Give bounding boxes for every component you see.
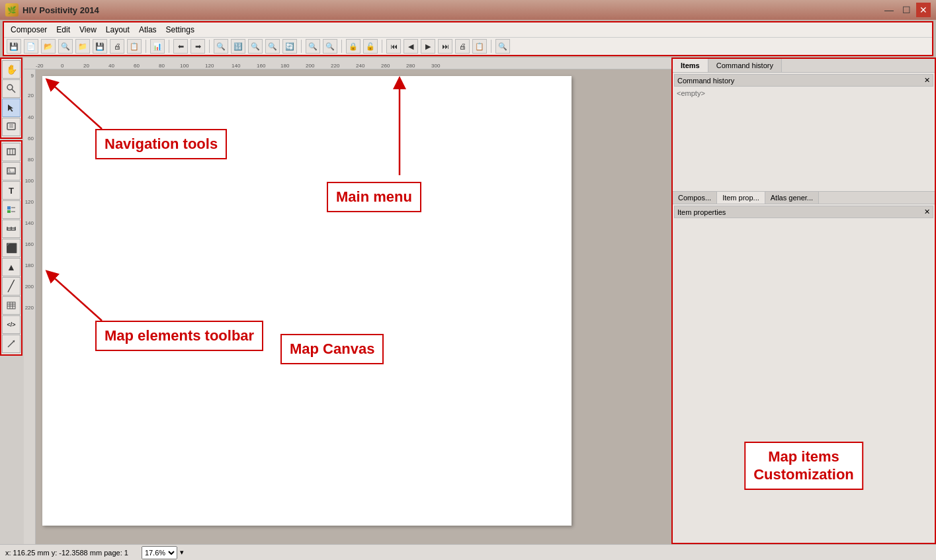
menu-edit[interactable]: Edit (52, 24, 74, 36)
tb-lock[interactable]: 🔒 (346, 39, 361, 54)
content-area: ✋ T ⬛ (0, 58, 936, 544)
main-menu-annotation: Main menu (327, 182, 421, 212)
tb-zoom-full[interactable]: 🔍 (214, 39, 228, 54)
tb-atlas-first[interactable]: ⏮ (386, 39, 401, 54)
add-basic-shape-tool[interactable]: ⬛ (2, 239, 21, 257)
title-bar: 🌿 HIV Positivity 2014 — ☐ ✕ (0, 0, 936, 20)
sep3 (209, 40, 210, 53)
tb-open2[interactable]: 📂 (41, 39, 56, 54)
left-sidebar: ✋ T ⬛ (0, 58, 24, 544)
add-scalebar-tool[interactable] (2, 220, 21, 238)
command-history-close[interactable]: ✕ (924, 76, 930, 85)
tb-copy[interactable]: 📋 (127, 39, 142, 54)
command-history-header: Command history ✕ (674, 74, 933, 87)
tb-atlas-next[interactable]: ▶ (421, 39, 435, 54)
tb-zoom-in[interactable]: 🔍 (248, 39, 263, 54)
ruler-top: -20 0 20 40 60 80 100 120 140 160 180 20… (24, 58, 671, 69)
svg-rect-2 (7, 123, 15, 130)
coordinates: x: 116.25 mm y: -12.3588 mm page: 1 (5, 549, 128, 557)
tb-zoom-out[interactable]: 🔍 (265, 39, 280, 54)
tb-save[interactable]: 💾 (93, 39, 107, 54)
tb-open[interactable]: 📄 (24, 39, 38, 54)
command-history-title: Command history (677, 77, 734, 85)
svg-point-0 (7, 85, 13, 90)
window-title: HIV Positivity 2014 (22, 5, 99, 15)
tb-zoom-b[interactable]: 🔍 (323, 39, 337, 54)
menu-settings[interactable]: Settings (162, 24, 198, 36)
item-properties-close[interactable]: ✕ (924, 208, 930, 216)
zoom-select[interactable]: 17.6% 5% 10% 25% 50% 75% 100% (142, 546, 177, 559)
svg-line-1 (12, 89, 15, 93)
svg-point-9 (9, 169, 11, 171)
item-properties-title: Item properties (677, 208, 726, 216)
status-bar: x: 116.25 mm y: -12.3588 mm page: 1 17.6… (0, 544, 936, 560)
tb-search[interactable]: 🔍 (58, 39, 73, 54)
tab-command-history[interactable]: Command history (708, 59, 782, 72)
navigation-tools-panel: ✋ (0, 58, 22, 139)
tb-refresh[interactable]: 🔄 (282, 39, 297, 54)
command-history-section: Command history ✕ <empty> (673, 73, 935, 192)
pan-tool[interactable]: ✋ (2, 60, 21, 79)
tab-atlas-generator[interactable]: Atlas gener... (765, 192, 819, 204)
tb-settings2[interactable]: 🔍 (495, 39, 510, 54)
select-tool[interactable] (2, 99, 21, 117)
tb-atlas-prev[interactable]: ◀ (404, 39, 418, 54)
map-elements-toolbar-panel: T ⬛ ▲ ╱ </> (0, 140, 22, 356)
item-properties-header: Item properties ✕ (674, 206, 933, 218)
menu-view[interactable]: View (75, 24, 101, 36)
tb-redo[interactable]: ➡ (191, 39, 205, 54)
add-map-tool[interactable] (2, 143, 21, 161)
add-arrow-tool[interactable] (2, 335, 21, 353)
sep4 (301, 40, 302, 53)
add-table-tool[interactable] (2, 296, 21, 315)
tab-items[interactable]: Items (673, 59, 708, 72)
add-label-tool[interactable]: T (2, 181, 21, 200)
tb-export-pdf[interactable]: 📊 (150, 39, 165, 54)
menu-composer[interactable]: Composer (7, 24, 51, 36)
add-triangle-tool[interactable]: ▲ (2, 258, 21, 276)
add-legend-tool[interactable] (2, 200, 21, 219)
menu-layout[interactable]: Layout (102, 24, 134, 36)
tb-atlas-print[interactable]: 🖨 (455, 39, 470, 54)
zoom-control: 17.6% 5% 10% 25% 50% 75% 100% ▾ (142, 546, 184, 559)
ruler-left: 9 20 40 60 80 100 120 140 160 180 200 22… (24, 69, 36, 544)
maximize-button[interactable]: ☐ (899, 3, 914, 17)
toolbar-area: Composer Edit View Layout Atlas Settings… (3, 21, 933, 56)
add-html-tool[interactable]: </> (2, 315, 21, 334)
add-image-tool[interactable] (2, 162, 21, 180)
tb-new[interactable]: 💾 (7, 39, 21, 54)
minimize-button[interactable]: — (882, 3, 896, 17)
tb-zoom-num[interactable]: 🔢 (231, 39, 245, 54)
tb-zoom-a[interactable]: 🔍 (306, 39, 320, 54)
navigation-tools-annotation: Navigation tools (95, 129, 227, 159)
map-items-customization-annotation: Map itemsCustomization (744, 442, 863, 490)
menu-atlas[interactable]: Atlas (135, 24, 161, 36)
svg-rect-11 (7, 210, 11, 213)
window-controls: — ☐ ✕ (882, 3, 931, 17)
tb-folder[interactable]: 📁 (75, 39, 90, 54)
map-canvas-annotation: Map Canvas (280, 334, 384, 364)
menu-bar: Composer Edit View Layout Atlas Settings (4, 22, 932, 38)
close-button[interactable]: ✕ (916, 3, 931, 17)
item-properties-section: Item properties ✕ Map itemsCustomization (673, 204, 935, 543)
center-area: -20 0 20 40 60 80 100 120 140 160 180 20… (24, 58, 671, 544)
map-canvas-container[interactable]: Map Canvas Main menu Navigation tools Ma… (36, 69, 671, 544)
tb-undo[interactable]: ⬅ (173, 39, 188, 54)
sep2 (169, 40, 169, 53)
command-history-content: <empty> (674, 87, 933, 100)
add-line-tool[interactable]: ╱ (2, 277, 21, 296)
right-panel-top-tabs: Items Command history (673, 59, 935, 73)
command-history-empty: <empty> (677, 89, 705, 97)
zoom-dropdown-icon: ▾ (180, 548, 184, 557)
toolbars-row: 💾 📄 📂 🔍 📁 💾 🖨 📋 📊 ⬅ ➡ 🔍 🔢 🔍 🔍 🔄 🔍 🔍 🔒 🔓 … (4, 38, 932, 55)
sep1 (146, 40, 146, 53)
tb-atlas-export[interactable]: 📋 (472, 39, 487, 54)
sep6 (382, 40, 382, 53)
zoom-tool[interactable] (2, 79, 21, 98)
tb-print[interactable]: 🖨 (110, 39, 124, 54)
tb-atlas-last[interactable]: ⏭ (438, 39, 452, 54)
tb-unlock[interactable]: 🔓 (363, 39, 378, 54)
move-item-tool[interactable] (2, 118, 21, 136)
tab-item-properties[interactable]: Item prop... (717, 192, 765, 204)
tab-composer[interactable]: Compos... (673, 192, 717, 204)
